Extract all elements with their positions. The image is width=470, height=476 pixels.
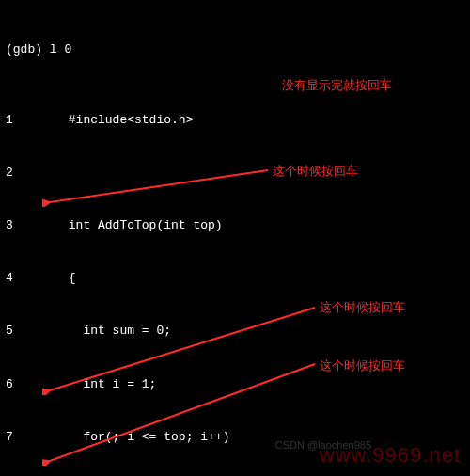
annotation-2: 这个时候按回车 <box>273 163 358 181</box>
annotation-4: 这个时候按回车 <box>320 357 405 375</box>
line-code: #include<stdio.h> <box>24 112 193 130</box>
line-number: 2 <box>6 165 24 182</box>
line-number: 7 <box>6 429 24 447</box>
line-code: int sum = 0; <box>24 323 171 341</box>
line-number: 4 <box>6 270 24 288</box>
line-number: 5 <box>6 323 24 341</box>
line-code: int AddToTop(int top) <box>24 217 223 235</box>
annotation-1: 没有显示完就按回车 <box>282 77 392 95</box>
src-line: 3 int AddToTop(int top) <box>6 217 464 235</box>
line-number: 1 <box>6 112 24 130</box>
annotation-3: 这个时候按回车 <box>320 299 405 317</box>
line-number: 3 <box>6 217 24 235</box>
line-code: int i = 1; <box>24 376 156 394</box>
src-line: 1 #include<stdio.h> <box>6 112 464 130</box>
line-code: for(; i <= top; i++) <box>24 429 229 447</box>
line-code: { <box>24 270 76 288</box>
gdb-command-line: (gdb) l 0 <box>6 41 464 59</box>
watermark-9969: www.9969.net <box>320 440 461 470</box>
terminal[interactable]: (gdb) l 0 1 #include<stdio.h> 2 3 int Ad… <box>6 6 464 476</box>
src-line: 6 int i = 1; <box>6 376 464 394</box>
line-number: 6 <box>6 376 24 394</box>
src-line: 5 int sum = 0; <box>6 323 464 341</box>
gdb-prompt-cmd: (gdb) l 0 <box>6 41 71 59</box>
src-line: 4 { <box>6 270 464 288</box>
src-line: 2 <box>6 165 464 182</box>
